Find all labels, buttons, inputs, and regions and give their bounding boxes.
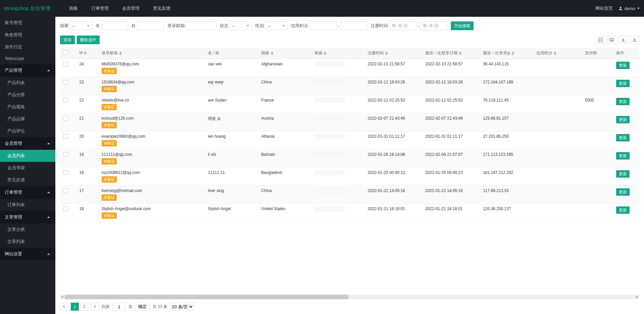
sidebar-item[interactable]: 产品列表 bbox=[0, 77, 55, 89]
sort-icon[interactable] bbox=[84, 51, 87, 55]
row-checkbox[interactable] bbox=[63, 98, 68, 103]
update-button[interactable]: 更新 bbox=[616, 80, 630, 87]
filter-email-input[interactable] bbox=[186, 21, 216, 30]
topnav-item[interactable]: 会员管理 bbox=[117, 0, 145, 17]
filter-surname-input[interactable] bbox=[137, 21, 164, 30]
row-checkbox[interactable] bbox=[63, 62, 68, 66]
cell-credits bbox=[533, 186, 582, 204]
row-checkbox[interactable] bbox=[63, 134, 68, 139]
topnav-item[interactable]: 意见反馈 bbox=[148, 0, 176, 17]
delete-selected-button[interactable]: 删除选中 bbox=[77, 36, 100, 44]
update-button[interactable]: 更新 bbox=[616, 62, 630, 69]
sidebar-item[interactable]: 文章分类 bbox=[0, 224, 55, 236]
sort-icon[interactable] bbox=[512, 51, 514, 55]
row-checkbox[interactable] bbox=[63, 206, 68, 211]
sidebar-item[interactable]: 订单列表 bbox=[0, 199, 55, 211]
update-button[interactable]: 更新 bbox=[616, 188, 630, 196]
svg-point-0 bbox=[620, 7, 622, 8]
col-id[interactable]: id bbox=[79, 50, 83, 55]
print-button[interactable] bbox=[607, 36, 616, 44]
table-container[interactable]: id 登录邮箱 名 / 姓 国家 来源 注册时间 最近一次登录日期 最近一次登录… bbox=[55, 48, 644, 295]
filter-regtime-to[interactable]: 年-月-日 bbox=[421, 21, 447, 30]
scroll-left-arrow[interactable] bbox=[60, 295, 65, 299]
topnav-item[interactable]: 面板 bbox=[64, 0, 83, 17]
update-button[interactable]: 更新 bbox=[616, 206, 630, 214]
sidebar-item[interactable]: 产品评论 bbox=[0, 125, 55, 137]
cell-last-login-date: 2022-01-31 01:11:17 bbox=[422, 131, 480, 149]
update-button[interactable]: 更新 bbox=[616, 134, 630, 141]
sidebar-item[interactable]: 会员等级 bbox=[0, 162, 55, 174]
sidebar-group-header[interactable]: 网站设置 bbox=[0, 248, 55, 260]
row-checkbox[interactable] bbox=[63, 170, 68, 175]
sidebar-item[interactable]: 产品品牌 bbox=[0, 113, 55, 125]
col-last-login-ip[interactable]: 最近一次登录ip bbox=[483, 51, 510, 55]
filter-gender-label: 性别 bbox=[255, 23, 264, 29]
filter-status-select[interactable]: -- bbox=[230, 21, 252, 30]
filter-country-select[interactable]: -- bbox=[70, 21, 92, 30]
filter-gender-select[interactable]: -- bbox=[265, 21, 287, 30]
col-email[interactable]: 登录邮箱 bbox=[102, 51, 118, 55]
cell-id: 16 bbox=[76, 204, 98, 222]
cell-last-login-ip: 172.104.107.189 bbox=[480, 77, 533, 95]
scrollbar-thumb[interactable] bbox=[65, 295, 348, 299]
sidebar-item[interactable]: 账号管理 bbox=[0, 17, 55, 29]
prev-page-button[interactable] bbox=[60, 303, 68, 311]
row-checkbox[interactable] bbox=[63, 188, 68, 193]
topnav-item[interactable]: 订单管理 bbox=[86, 0, 114, 17]
col-country[interactable]: 国家 bbox=[261, 51, 269, 55]
filter-regtime-from[interactable]: 年-月-日 bbox=[389, 21, 416, 30]
col-last-login-date[interactable]: 最近一次登录日期 bbox=[425, 51, 458, 55]
sort-icon[interactable] bbox=[324, 51, 326, 55]
sidebar-item[interactable]: 产品规格 bbox=[0, 101, 55, 113]
next-page-button[interactable] bbox=[91, 303, 99, 311]
col-regtime[interactable]: 注册时间 bbox=[368, 51, 384, 55]
sort-icon[interactable] bbox=[385, 51, 388, 55]
sidebar-item[interactable]: 产品分类 bbox=[0, 89, 55, 101]
columns-button[interactable] bbox=[596, 36, 605, 44]
update-button[interactable]: 更新 bbox=[616, 98, 630, 105]
cell-country: United States bbox=[258, 204, 311, 222]
table-row: 231516634@qq.com未验证eqr ewqrChina2022-02-… bbox=[60, 77, 639, 95]
sort-icon[interactable] bbox=[554, 51, 556, 55]
page-confirm-button[interactable]: 确定 bbox=[135, 303, 150, 311]
update-button[interactable]: 更新 bbox=[616, 116, 630, 123]
page-number[interactable]: 1 bbox=[71, 303, 79, 311]
sidebar-item[interactable]: 文章列表 bbox=[0, 236, 55, 248]
sidebar-item[interactable]: 角色管理 bbox=[0, 29, 55, 41]
row-checkbox[interactable] bbox=[63, 80, 68, 84]
user-menu[interactable]: demo bbox=[618, 6, 640, 11]
add-button[interactable]: 添加 bbox=[60, 36, 75, 44]
col-credits[interactable]: 信用积分 bbox=[536, 51, 552, 55]
filter-credits-max-input[interactable] bbox=[340, 21, 367, 30]
sidebar-item[interactable]: Telescope bbox=[0, 53, 55, 64]
sort-icon[interactable] bbox=[459, 51, 462, 55]
sidebar-group-header[interactable]: 订单管理 bbox=[0, 186, 55, 199]
row-checkbox[interactable] bbox=[63, 152, 68, 157]
select-all-checkbox[interactable] bbox=[63, 50, 68, 55]
filter-name-input[interactable] bbox=[101, 21, 128, 30]
sidebar-item[interactable]: 意见反馈 bbox=[0, 174, 55, 186]
page-jump-input[interactable] bbox=[112, 303, 126, 311]
filter-credits-min-input[interactable] bbox=[310, 21, 336, 30]
sidebar-group-header[interactable]: 文章管理 bbox=[0, 211, 55, 224]
sidebar-item[interactable]: 操作日志 bbox=[0, 41, 55, 53]
col-source[interactable]: 来源 bbox=[314, 51, 322, 55]
row-checkbox[interactable] bbox=[63, 116, 68, 121]
export-button[interactable] bbox=[619, 36, 628, 44]
export-all-button[interactable] bbox=[630, 36, 639, 44]
unverified-badge: 未验证 bbox=[102, 194, 117, 201]
page-size-select[interactable]: 20 条/页 bbox=[170, 303, 194, 311]
sidebar-group-header[interactable]: 产品管理 bbox=[0, 64, 55, 77]
update-button[interactable]: 更新 bbox=[616, 170, 630, 178]
sidebar-group-header[interactable]: 会员管理 bbox=[0, 137, 55, 150]
update-button[interactable]: 更新 bbox=[616, 152, 630, 160]
search-button[interactable]: 开始搜索 bbox=[451, 21, 474, 30]
sidebar-item[interactable]: 会员列表 bbox=[0, 150, 55, 162]
horizontal-scrollbar[interactable] bbox=[60, 295, 639, 299]
scroll-right-arrow[interactable] bbox=[635, 295, 639, 299]
site-home-link[interactable]: 网站首页 bbox=[595, 5, 613, 11]
sort-icon[interactable] bbox=[271, 51, 273, 55]
page-number[interactable]: 2 bbox=[80, 303, 88, 311]
sort-icon[interactable] bbox=[119, 51, 122, 55]
brand-logo: strongshop 后台管理 bbox=[4, 5, 50, 12]
